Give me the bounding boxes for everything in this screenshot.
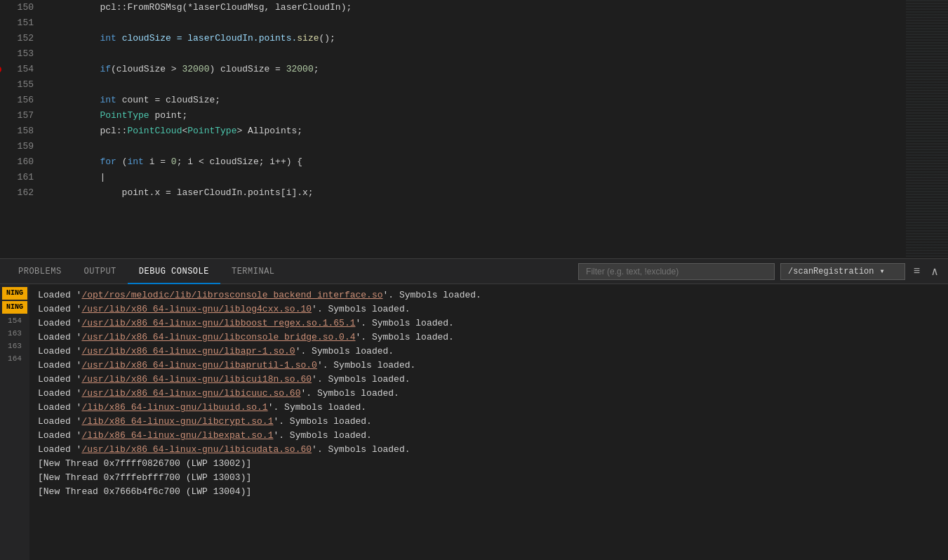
console-line: [New Thread 0x7666b4f6c700 (LWP 13004)] <box>38 485 940 499</box>
sidebar-badge: NING <box>2 301 27 314</box>
console-link[interactable]: /opt/ros/melodic/lib/librosconsole_backe… <box>81 290 382 300</box>
code-line-160: for (int i = 0; i < cloudSize; i++) { <box>56 154 906 170</box>
panel-tab-right: /scanRegistration ▾ ≡ ∧ <box>578 263 941 280</box>
chevron-down-icon: ▾ <box>880 266 885 276</box>
code-line-161: | <box>56 170 906 185</box>
code-line-157: PointType point; <box>56 108 906 124</box>
code-line-153 <box>56 46 906 62</box>
console-line: Loaded '/opt/ros/melodic/lib/librosconso… <box>38 288 940 302</box>
line-number-156: 156 <box>0 93 34 108</box>
console-line: Loaded '/usr/lib/x86_64-linux-gnu/libicu… <box>38 443 940 457</box>
code-line-151 <box>56 15 906 31</box>
code-line-155 <box>56 77 906 93</box>
console-line: Loaded '/lib/x86_64-linux-gnu/libuuid.so… <box>38 401 940 415</box>
console-link[interactable]: /usr/lib/x86_64-linux-gnu/libicui18n.so.… <box>81 374 312 385</box>
code-line-152: int cloudSize = laserCloudIn.points.size… <box>56 31 906 46</box>
sidebar-line-number: 164 <box>8 353 22 364</box>
line-number-162: 162 <box>0 185 34 201</box>
sidebar-line-number: 163 <box>8 340 22 352</box>
code-line-150: pcl::FromROSMsg(*laserCloudMsg, laserClo… <box>56 0 906 15</box>
console-link[interactable]: /usr/lib/x86_64-linux-gnu/libaprutil-1.s… <box>81 360 316 371</box>
console-link[interactable]: /usr/lib/x86_64-linux-gnu/libapr-1.so.0 <box>81 346 295 356</box>
line-number-155: 155 <box>0 77 34 93</box>
line-number-161: 161 <box>0 170 34 185</box>
tab-output[interactable]: OUTPUT <box>73 259 128 284</box>
console-line: Loaded '/usr/lib/x86_64-linux-gnu/libapr… <box>38 359 940 373</box>
console-line: Loaded '/usr/lib/x86_64-linux-gnu/libcon… <box>38 331 940 345</box>
tab-terminal[interactable]: TERMINAL <box>220 259 286 284</box>
code-line-158: pcl::PointCloud<PointType> Allpoints; <box>56 124 906 139</box>
console-output[interactable]: Loaded '/opt/ros/melodic/lib/librosconso… <box>29 284 948 560</box>
line-numbers: 150151152153154155156157158159160161162 <box>0 0 42 258</box>
console-line: Loaded '/lib/x86_64-linux-gnu/libexpat.s… <box>38 429 940 443</box>
console-line: Loaded '/usr/lib/x86_64-linux-gnu/libicu… <box>38 373 940 387</box>
line-number-157: 157 <box>0 108 34 124</box>
code-line-162: point.x = laserCloudIn.points[i].x; <box>56 185 906 201</box>
console-line: Loaded '/usr/lib/x86_64-linux-gnu/libicu… <box>38 387 940 401</box>
sidebar-badge: NING <box>2 287 27 300</box>
filter-input[interactable] <box>578 263 775 280</box>
line-number-151: 151 <box>0 15 34 31</box>
console-link[interactable]: /lib/x86_64-linux-gnu/libexpat.so.1 <box>81 430 273 441</box>
console-line: Loaded '/lib/x86_64-linux-gnu/libcrypt.s… <box>38 415 940 429</box>
console-line: Loaded '/usr/lib/x86_64-linux-gnu/libapr… <box>38 345 940 359</box>
tab-debug-console[interactable]: DEBUG CONSOLE <box>128 259 220 284</box>
sidebar-line-number: 154 <box>8 315 22 326</box>
line-number-154: 154 <box>0 62 34 77</box>
code-line-156: int count = cloudSize; <box>56 93 906 108</box>
line-number-152: 152 <box>0 31 34 46</box>
dropdown-label: /scanRegistration <box>788 267 874 276</box>
code-content: pcl::FromROSMsg(*laserCloudMsg, laserClo… <box>42 0 906 258</box>
panel-tabs: PROBLEMS OUTPUT DEBUG CONSOLE TERMINAL /… <box>0 259 948 284</box>
console-left-sidebar: NINGNING154163163164 <box>0 284 29 560</box>
minimap-visual <box>906 0 948 258</box>
code-line-154: if(cloudSize > 32000) cloudSize = 32000; <box>56 62 906 77</box>
line-number-159: 159 <box>0 139 34 154</box>
line-number-153: 153 <box>0 46 34 62</box>
console-wrapper: NINGNING154163163164 Loaded '/opt/ros/me… <box>0 284 948 560</box>
console-link[interactable]: /usr/lib/x86_64-linux-gnu/libicudata.so.… <box>81 444 312 455</box>
console-line: Loaded '/usr/lib/x86_64-linux-gnu/liblog… <box>38 302 940 316</box>
console-link[interactable]: /lib/x86_64-linux-gnu/libuuid.so.1 <box>81 402 267 413</box>
console-link[interactable]: /usr/lib/x86_64-linux-gnu/libconsole_bri… <box>81 332 355 342</box>
code-line-159 <box>56 139 906 154</box>
console-line: [New Thread 0x7fffebfff700 (LWP 13003)] <box>38 471 940 485</box>
line-number-150: 150 <box>0 0 34 15</box>
tab-problems[interactable]: PROBLEMS <box>7 259 73 284</box>
collapse-panel-icon[interactable]: ∧ <box>928 265 941 279</box>
sidebar-line-number: 163 <box>8 328 22 339</box>
wrap-lines-icon[interactable]: ≡ <box>911 265 923 278</box>
console-link[interactable]: /usr/lib/x86_64-linux-gnu/libicuuc.so.60 <box>81 388 300 399</box>
breakpoint-dot <box>0 66 1 73</box>
editor-wrapper: 150151152153154155156157158159160161162 … <box>0 0 948 258</box>
console-line: Loaded '/usr/lib/x86_64-linux-gnu/libboo… <box>38 316 940 331</box>
console-link[interactable]: /usr/lib/x86_64-linux-gnu/liblog4cxx.so.… <box>81 304 312 314</box>
process-dropdown[interactable]: /scanRegistration ▾ <box>780 263 905 280</box>
line-number-158: 158 <box>0 124 34 139</box>
editor-area: 150151152153154155156157158159160161162 … <box>0 0 948 258</box>
bottom-panel: PROBLEMS OUTPUT DEBUG CONSOLE TERMINAL /… <box>0 258 948 560</box>
console-line: [New Thread 0x7ffff0826700 (LWP 13002)] <box>38 457 940 471</box>
console-link[interactable]: /usr/lib/x86_64-linux-gnu/libboost_regex… <box>81 318 355 328</box>
line-number-160: 160 <box>0 154 34 170</box>
console-link[interactable]: /lib/x86_64-linux-gnu/libcrypt.so.1 <box>81 416 273 427</box>
minimap <box>906 0 948 258</box>
